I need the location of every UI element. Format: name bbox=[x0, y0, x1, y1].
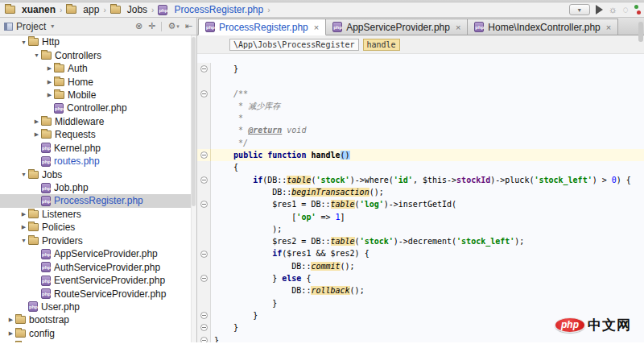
tree-item-eventserviceprovider-php[interactable]: EventServiceProvider.php bbox=[0, 274, 196, 287]
tree-item-jobs[interactable]: ▼Jobs bbox=[0, 168, 196, 180]
fold-marker-icon[interactable] bbox=[200, 275, 208, 282]
code-line[interactable]: } else { bbox=[197, 272, 644, 284]
code-line[interactable]: * 减少库存 bbox=[197, 100, 644, 112]
tree-item-middleware[interactable]: ▶Middleware bbox=[0, 115, 196, 128]
tree-item-authserviceprovider-php[interactable]: AuthServiceProvider.php bbox=[0, 260, 196, 273]
chevron-right-icon[interactable]: ▶ bbox=[45, 79, 54, 85]
breadcrumb-item[interactable]: app bbox=[66, 4, 99, 15]
tree-item-routes-php[interactable]: routes.php bbox=[0, 155, 196, 168]
code-line[interactable]: public function handle() bbox=[197, 149, 644, 161]
editor-breadcrumb-chip[interactable]: handle bbox=[363, 39, 400, 51]
code-line[interactable]: $res1 = DB::table('log')->insertGetId( bbox=[197, 198, 644, 210]
chevron-right-icon[interactable]: ▶ bbox=[19, 211, 28, 218]
fold-marker-icon[interactable] bbox=[200, 90, 208, 97]
code-line[interactable] bbox=[197, 75, 644, 87]
tree-item-processregister-php[interactable]: ProcessRegister.php bbox=[0, 194, 196, 207]
tab-appserviceprovider-php[interactable]: AppServiceProvider.php× bbox=[325, 19, 468, 35]
tree-item-kernel-php[interactable]: Kernel.php bbox=[0, 142, 196, 155]
collapse-all-icon[interactable]: ✛ bbox=[148, 22, 155, 31]
tree-item-bootstrap[interactable]: ▶bootstrap bbox=[0, 313, 196, 326]
tree-item-user-php[interactable]: User.php bbox=[0, 300, 196, 313]
chevron-right-icon[interactable]: ▶ bbox=[19, 224, 28, 230]
code-line[interactable]: $res2 = DB::table('stock')->decrement('s… bbox=[197, 235, 644, 247]
editor-scrollbar-thumb[interactable] bbox=[638, 22, 643, 42]
editor-breadcrumb-chip[interactable]: \App\Jobs\ProcessRegister bbox=[229, 39, 359, 51]
fold-marker-icon[interactable] bbox=[200, 151, 208, 159]
folder-icon bbox=[28, 171, 39, 179]
tree-item-controllers[interactable]: ▼Controllers bbox=[0, 48, 196, 61]
locate-icon[interactable]: ⊗ bbox=[135, 22, 142, 31]
profiler-icon[interactable]: ◌ bbox=[623, 5, 629, 15]
settings-gear-icon[interactable]: ⚙▾ bbox=[167, 22, 179, 31]
code-line[interactable]: } bbox=[197, 297, 644, 309]
project-scrollbar-thumb[interactable] bbox=[192, 37, 196, 206]
code-line[interactable]: } bbox=[197, 334, 644, 342]
fold-marker-icon[interactable] bbox=[200, 176, 208, 184]
tree-item-routeserviceprovider-php[interactable]: RouteServiceProvider.php bbox=[0, 287, 196, 300]
fold-marker-icon[interactable] bbox=[200, 65, 208, 73]
tree-item-listeners[interactable]: ▶Listeners bbox=[0, 208, 196, 221]
chevron-down-icon[interactable]: ▼ bbox=[19, 238, 28, 243]
tree-item-job-php[interactable]: Job.php bbox=[0, 181, 196, 194]
chevron-down-icon[interactable]: ▼ bbox=[19, 39, 28, 45]
code-line[interactable]: * @return void bbox=[197, 124, 644, 136]
tree-item-mobile[interactable]: ▶Mobile bbox=[0, 89, 196, 102]
hide-panel-icon[interactable]: ⇤ bbox=[185, 22, 192, 31]
fold-marker-icon[interactable] bbox=[200, 251, 208, 258]
tree-item-providers[interactable]: ▼Providers bbox=[0, 234, 196, 247]
close-icon[interactable]: × bbox=[606, 23, 611, 32]
code-line[interactable]: DB::rollback(); bbox=[197, 284, 644, 296]
tab-label: AppServiceProvider.php bbox=[346, 22, 450, 33]
tree-item-controller-php[interactable]: Controller.php bbox=[0, 102, 196, 114]
code-editor[interactable]: } /** * 减少库存 * * @return void */ public … bbox=[197, 54, 644, 342]
run-config-dropdown[interactable]: ▾ bbox=[569, 4, 590, 15]
project-scrollbar[interactable] bbox=[191, 35, 196, 342]
fold-marker-icon[interactable] bbox=[200, 324, 208, 331]
code-line[interactable]: ['op' => 1] bbox=[197, 211, 644, 223]
tab-processregister-php[interactable]: ProcessRegister.php× bbox=[198, 19, 326, 35]
code-line[interactable]: ); bbox=[197, 223, 644, 235]
chevron-right-icon[interactable]: ▶ bbox=[45, 92, 54, 98]
code-line[interactable]: if($res1 && $res2) { bbox=[197, 247, 644, 259]
breadcrumb-item[interactable]: ProcessRegister.php bbox=[158, 4, 263, 15]
status-dots-icon[interactable] bbox=[634, 5, 642, 15]
fold-marker-icon[interactable] bbox=[200, 337, 208, 342]
chevron-down-icon[interactable]: ▼ bbox=[32, 52, 41, 58]
close-icon[interactable]: × bbox=[314, 23, 319, 32]
code-line[interactable]: } bbox=[197, 63, 644, 75]
code-token: (); bbox=[369, 188, 384, 197]
coverage-icon[interactable]: ☼ bbox=[609, 5, 617, 15]
chevron-right-icon[interactable]: ▶ bbox=[6, 330, 15, 337]
fold-marker-icon[interactable] bbox=[200, 201, 208, 208]
code-line[interactable]: * bbox=[197, 112, 644, 124]
tree-item-config[interactable]: ▶config bbox=[0, 327, 196, 340]
tree-item-appserviceprovider-php[interactable]: AppServiceProvider.php bbox=[0, 247, 196, 260]
project-views-caret-icon[interactable]: ▾ bbox=[51, 23, 54, 30]
close-icon[interactable]: × bbox=[456, 23, 460, 32]
chevron-down-icon[interactable]: ▼ bbox=[19, 172, 28, 177]
tree-item-label: Job.php bbox=[54, 182, 89, 193]
project-tree: ▼Http▼Controllers▶Auth▶Home▶MobileContro… bbox=[0, 35, 196, 342]
code-line[interactable]: { bbox=[197, 161, 644, 173]
code-line[interactable]: */ bbox=[197, 137, 644, 149]
php-file-icon bbox=[205, 22, 215, 32]
breadcrumb-item[interactable]: Jobs bbox=[110, 4, 147, 15]
code-line[interactable]: /** bbox=[197, 88, 644, 100]
code-line[interactable]: DB::beginTransaction(); bbox=[197, 186, 644, 198]
tree-item-auth[interactable]: ▶Auth bbox=[0, 62, 196, 75]
code-line[interactable]: DB::commit(); bbox=[197, 260, 644, 272]
chevron-right-icon[interactable]: ▶ bbox=[6, 317, 15, 323]
run-icon[interactable] bbox=[596, 5, 603, 15]
fold-marker-icon[interactable] bbox=[200, 312, 208, 319]
chevron-right-icon[interactable]: ▶ bbox=[45, 65, 54, 72]
code-line[interactable]: if(DB::table('stock')->where('id', $this… bbox=[197, 174, 644, 186]
tree-item-database[interactable]: ▶database bbox=[0, 340, 196, 342]
tree-item-requests[interactable]: ▶Requests bbox=[0, 128, 196, 141]
tree-item-home[interactable]: ▶Home bbox=[0, 75, 196, 88]
breadcrumb-item[interactable]: xuanen bbox=[5, 4, 56, 15]
tree-item-policies[interactable]: ▶Policies bbox=[0, 221, 196, 234]
tree-item-http[interactable]: ▼Http bbox=[0, 35, 196, 48]
tab-home-indexcontroller-php[interactable]: Home\IndexController.php× bbox=[467, 19, 618, 35]
chevron-right-icon[interactable]: ▶ bbox=[32, 131, 41, 138]
chevron-right-icon[interactable]: ▶ bbox=[32, 118, 41, 125]
